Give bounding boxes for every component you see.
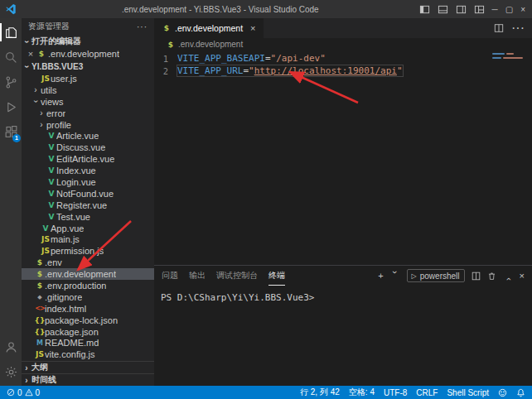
editor-more-actions-icon[interactable]: ··· (511, 21, 525, 36)
close-icon[interactable]: × (250, 23, 255, 33)
maximize-panel-icon[interactable]: › (503, 271, 513, 281)
files-icon (4, 26, 18, 40)
file-name: user.js (51, 74, 77, 84)
open-editor-file-name: .env.development (48, 49, 119, 59)
tree-item-NotFound.vue[interactable]: VNotFound.vue (22, 188, 154, 200)
new-terminal-icon[interactable]: + (378, 271, 383, 281)
run-debug-icon (4, 100, 18, 114)
close-icon[interactable]: × (27, 49, 35, 59)
code-editor[interactable]: 1VITE_APP_BASEAPI="/api-dev"2VITE_APP_UR… (154, 50, 532, 265)
tree-item-Register.vue[interactable]: VRegister.vue (22, 200, 154, 211)
tree-item-main.js[interactable]: JSmain.js (22, 233, 154, 245)
feedback-smiley-icon[interactable] (498, 388, 507, 397)
toggle-panel-icon[interactable] (438, 4, 448, 15)
editor-group: $ .env.development × ··· $ .env.developm… (154, 18, 532, 386)
tree-item-vite.config.js[interactable]: JSvite.config.js (22, 349, 154, 360)
toggle-sidebar-icon[interactable] (419, 4, 430, 15)
tree-item-Article.vue[interactable]: VArticle.vue (22, 130, 154, 142)
chevron-down-icon[interactable]: › (390, 271, 400, 281)
tree-folder-error[interactable]: ›error (22, 108, 154, 119)
file-name: main.js (51, 234, 80, 244)
minimap[interactable] (492, 53, 530, 61)
split-terminal-icon[interactable] (472, 272, 481, 281)
terminal-shell-selector[interactable]: ▷ powershell (407, 269, 465, 282)
account-icon (4, 340, 18, 354)
activitybar-settings[interactable] (0, 359, 22, 384)
tree-folder-profile[interactable]: ›profile (22, 119, 154, 131)
activitybar-source-control[interactable] (0, 70, 22, 94)
open-editors-header[interactable]: › 打开的编辑器 (22, 35, 154, 48)
file-name: profile (46, 120, 71, 130)
file-name: NotFound.vue (56, 189, 114, 199)
panel-tab-终端[interactable]: 终端 (268, 266, 285, 286)
tree-item-permission.js[interactable]: JSpermission.js (22, 245, 154, 257)
timeline-section-header[interactable]: › 时间线 (22, 373, 154, 386)
indentation-setting[interactable]: 空格: 4 (349, 387, 375, 398)
chevron-expanded-icon: › (22, 61, 31, 71)
activitybar-run-debug[interactable] (0, 94, 22, 119)
file-name: Login.vue (56, 177, 96, 187)
chevron-expanded-icon: › (31, 97, 41, 107)
tree-folder-views[interactable]: ›views (22, 96, 154, 108)
code-line-1[interactable]: 1VITE_APP_BASEAPI="/api-dev" (154, 52, 532, 65)
code-line-2[interactable]: 2VITE_APP_URL="http://localhost:19001/ap… (154, 65, 532, 77)
tree-item-.env.development[interactable]: $.env.development (22, 268, 154, 280)
maximize-button[interactable]: ▢ (505, 5, 513, 14)
tab-env-development[interactable]: $ .env.development × (154, 18, 264, 38)
terminal-output[interactable]: PS D:\CSharp\Yi\Yi.BBS.Vue3> (154, 286, 532, 386)
outline-section-header[interactable]: › 大纲 (22, 361, 154, 373)
chevron-expanded-icon: › (22, 36, 31, 46)
encoding-setting[interactable]: UTF-8 (384, 388, 407, 397)
problems-indicator[interactable]: 0 0 (7, 388, 40, 397)
tree-item-.gitignore[interactable]: ◆.gitignore (22, 291, 154, 303)
cursor-position[interactable]: 行 2, 列 42 (300, 387, 340, 398)
close-panel-icon[interactable]: × (520, 271, 525, 281)
chevron-collapsed-icon: › (22, 363, 31, 373)
tree-item-user.js[interactable]: JSuser.js (22, 73, 154, 84)
sidebar-more-actions-icon[interactable]: ··· (137, 22, 148, 31)
tree-item-Login.vue[interactable]: VLogin.vue (22, 176, 154, 188)
line-number: 1 (154, 54, 176, 64)
tree-item-index.html[interactable]: <>index.html (22, 303, 154, 315)
code-token: " (397, 65, 403, 76)
tree-item-README.md[interactable]: MREADME.md (22, 337, 154, 349)
breadcrumb[interactable]: $ .env.development (154, 38, 532, 50)
tree-folder-utils[interactable]: ›utils (22, 84, 154, 96)
activitybar-explorer[interactable] (0, 20, 22, 45)
tree-item-package-lock.json[interactable]: {}package-lock.json (22, 315, 154, 326)
activitybar-accounts[interactable] (0, 334, 22, 359)
close-button[interactable]: × (520, 5, 525, 14)
tree-item-App.vue[interactable]: VApp.vue (22, 223, 154, 234)
tree-item-package.json[interactable]: {}package.json (22, 326, 154, 338)
eol-setting[interactable]: CRLF (416, 388, 438, 397)
kill-terminal-icon[interactable] (487, 272, 496, 281)
project-root-header[interactable]: › YI.BBS.VUE3 (22, 60, 154, 73)
activitybar-search[interactable] (0, 45, 22, 70)
tree-item-.env.production[interactable]: $.env.production (22, 280, 154, 291)
language-mode[interactable]: Shell Script (447, 388, 489, 397)
sidebar-bottom-sections: › 大纲 › 时间线 (22, 361, 154, 386)
split-editor-icon[interactable] (494, 23, 504, 33)
panel-tab-调试控制台[interactable]: 调试控制台 (216, 266, 258, 286)
search-icon (4, 50, 18, 65)
notifications-bell-icon[interactable] (516, 388, 525, 397)
file-name: .env.development (45, 269, 116, 279)
tree-item-Test.vue[interactable]: VTest.vue (22, 211, 154, 223)
chevron-collapsed-icon: › (22, 376, 31, 385)
minimize-button[interactable]: ─ (492, 5, 498, 14)
open-editor-item[interactable]: × $ .env.development (22, 48, 154, 60)
tree-item-Discuss.vue[interactable]: VDiscuss.vue (22, 142, 154, 153)
activitybar-extensions[interactable]: 1 (0, 119, 22, 144)
customize-layout-icon[interactable] (474, 4, 485, 15)
tree-item-.env[interactable]: $.env (22, 257, 154, 268)
shell-file-icon: $ (35, 258, 45, 267)
file-name: Register.vue (56, 200, 107, 210)
file-name: Discuss.vue (56, 142, 105, 152)
vue-file-icon: V (46, 190, 56, 198)
panel-tab-输出[interactable]: 输出 (189, 266, 206, 286)
toggle-secondary-sidebar-icon[interactable] (456, 4, 467, 15)
file-name: vite.config.js (45, 349, 95, 359)
panel-tab-问题[interactable]: 问题 (162, 266, 178, 286)
tree-item-EditArticle.vue[interactable]: VEditArticle.vue (22, 153, 154, 165)
tree-item-Index.vue[interactable]: VIndex.vue (22, 165, 154, 176)
